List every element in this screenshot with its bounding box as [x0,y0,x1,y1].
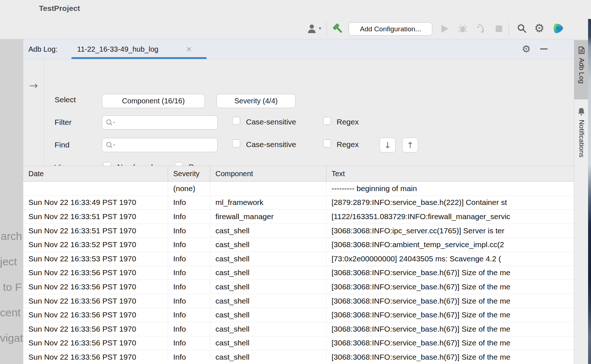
expand-arrow-icon[interactable]: → [29,80,38,91]
table-row[interactable]: Sun Nov 22 16:33:56 PST 1970 Info cast_s… [23,266,574,280]
table-row[interactable]: Sun Nov 22 16:33:49 PST 1970 Info ml_fra… [23,196,574,210]
adb-log-tool-window: Adb Log: 11-22_16-33-49_hub_log × ⚙ → Se… [23,39,574,364]
log-component-cell [210,182,326,195]
filter-case-sensitive-checkbox[interactable] [232,117,240,125]
find-input[interactable] [118,139,215,151]
tab-close-icon[interactable]: × [186,39,192,59]
find-regex-checkbox[interactable] [323,139,331,147]
log-component-cell: cast_shell [210,252,326,266]
log-component-cell: cast_shell [210,238,326,252]
log-text-cell: [3068:3068:INFO:ipc_server.cc(1765)] Ser… [326,224,574,238]
log-text-cell: [2879:2879:INFO:service_base.h(222)] Con… [326,196,574,210]
right-tool-stripe: Adb Log Notifications [574,39,588,364]
log-text-cell: [3068:3068:INFO:service_base.h(67)] Size… [326,336,574,350]
log-file-tab[interactable]: 11-22_16-33-49_hub_log [77,39,158,59]
log-date-cell: Sun Nov 22 16:33:56 PST 1970 [23,294,168,308]
settings-gear-icon[interactable]: ⚙ [534,23,544,34]
log-document-icon [577,46,586,55]
table-row[interactable]: Sun Nov 22 16:33:51 PST 1970 Info firewa… [23,210,574,224]
log-text-cell: [3068:3068:INFO:service_base.h(67)] Size… [326,294,574,308]
ide-logo-icon[interactable] [552,22,564,35]
search-magnifier-icon [106,141,117,149]
log-severity-cell: Info [168,196,210,210]
log-text-cell: [3068:3068:INFO:service_base.h(67)] Size… [326,350,574,361]
log-text-cell: [3068:3068:INFO:service_base.h(67)] Size… [326,266,574,280]
column-header-severity[interactable]: Severity [168,166,210,181]
log-text-cell: --------- beginning of main [326,182,574,195]
add-configuration-button[interactable]: Add Configuration... [349,22,432,36]
log-severity-cell: Info [168,280,210,294]
log-severity-cell: (none) [168,182,210,195]
tool-window-header: Adb Log: 11-22_16-33-49_hub_log × ⚙ [23,39,574,59]
log-severity-cell: Info [168,266,210,280]
log-component-cell: cast_shell [210,336,326,350]
table-row[interactable]: (none) --------- beginning of main [23,182,574,196]
log-component-cell: cast_shell [210,266,326,280]
find-case-sensitive-checkbox[interactable] [232,139,240,147]
build-hammer-icon[interactable] [331,22,345,36]
log-date-cell: Sun Nov 22 16:33:51 PST 1970 [23,224,168,238]
filter-regex-label: Regex [337,118,359,126]
log-severity-cell: Info [168,308,210,322]
log-date-cell: Sun Nov 22 16:33:56 PST 1970 [23,322,168,336]
stop-icon[interactable] [496,25,502,32]
log-component-cell: cast_shell [210,350,326,361]
find-case-sensitive-label: Case-sensitive [246,140,296,149]
column-header-component[interactable]: Component [210,166,326,181]
log-component-cell: cast_shell [210,322,326,336]
attach-debugger-icon[interactable] [475,23,486,35]
log-date-cell [23,182,168,195]
table-row[interactable]: Sun Nov 22 16:33:51 PST 1970 Info cast_s… [23,224,574,238]
find-previous-button[interactable]: ↑ [402,138,418,153]
profile-dropdown-caret[interactable]: ▾ [319,25,321,31]
find-search-field [102,138,218,152]
table-row[interactable]: Sun Nov 22 16:33:56 PST 1970 Info cast_s… [23,294,574,308]
severity-filter-button[interactable]: Severity (4/4) [217,94,296,108]
run-icon[interactable] [441,25,448,33]
find-label: Find [55,141,70,149]
table-row[interactable]: Sun Nov 22 16:33:56 PST 1970 Info cast_s… [23,336,574,351]
filter-label: Filter [55,118,72,127]
stripe-tab-notifications-label: Notifications [578,120,586,158]
background-text-fragment: arch [1,230,22,242]
log-date-cell: Sun Nov 22 16:33:56 PST 1970 [23,266,168,280]
profile-icon[interactable] [306,23,318,35]
gutter-divider [44,59,44,166]
log-date-cell: Sun Nov 22 16:33:49 PST 1970 [23,196,168,210]
log-component-cell: cast_shell [210,308,326,322]
table-header-row: Date Severity Component Text [23,166,574,182]
search-icon[interactable] [516,23,527,34]
filter-input[interactable] [118,116,215,129]
find-next-button[interactable]: ↓ [380,138,396,153]
table-row[interactable]: Sun Nov 22 16:33:56 PST 1970 Info cast_s… [23,350,574,361]
debug-bug-icon[interactable] [457,23,468,34]
filter-search-field [102,115,218,130]
table-row[interactable]: Sun Nov 22 16:33:52 PST 1970 Info cast_s… [23,238,574,252]
table-row[interactable]: Sun Nov 22 16:33:53 PST 1970 Info cast_s… [23,252,574,266]
stripe-tab-adb-log[interactable]: Adb Log [574,40,588,99]
log-component-cell: ml_framework [210,196,326,210]
tool-window-gear-icon[interactable]: ⚙ [522,44,531,54]
column-header-text[interactable]: Text [326,166,574,181]
table-row[interactable]: Sun Nov 22 16:33:56 PST 1970 Info cast_s… [23,322,574,336]
notifications-bell-icon [577,107,586,116]
filter-regex-checkbox[interactable] [323,117,331,125]
log-date-cell: Sun Nov 22 16:33:56 PST 1970 [23,350,168,361]
title-bar: TestProject ▾ Add Configuration... [0,0,591,39]
desktop-wallpaper-sliver [588,19,591,364]
select-label: Select [55,95,76,104]
log-severity-cell: Info [168,210,210,223]
stripe-tab-notifications[interactable]: Notifications [574,106,588,212]
component-filter-button[interactable]: Component (16/16) [102,94,205,108]
background-text-fragment: vigat [0,332,23,344]
log-text-cell: [3068:3068:INFO:service_base.h(67)] Size… [326,308,574,322]
log-text-cell: [1122/163351.083729:INFO:firewall_manage… [326,210,574,223]
log-date-cell: Sun Nov 22 16:33:56 PST 1970 [23,280,168,294]
table-row[interactable]: Sun Nov 22 16:33:56 PST 1970 Info cast_s… [23,280,574,294]
log-component-cell: cast_shell [210,280,326,294]
table-row[interactable]: Sun Nov 22 16:33:56 PST 1970 Info cast_s… [23,308,574,322]
toolbar-divider [326,22,327,36]
log-severity-cell: Info [168,238,210,252]
hide-tool-window-icon[interactable] [540,48,548,50]
column-header-date[interactable]: Date [23,166,168,181]
